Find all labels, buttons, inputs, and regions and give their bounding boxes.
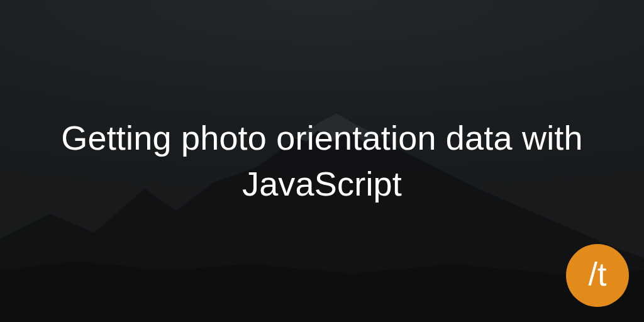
hero-title-wrap: Getting photo orientation data with Java… — [0, 0, 644, 322]
site-logo-text: /t — [589, 258, 607, 291]
hero-title: Getting photo orientation data with Java… — [50, 115, 594, 207]
site-logo: /t — [566, 244, 629, 307]
